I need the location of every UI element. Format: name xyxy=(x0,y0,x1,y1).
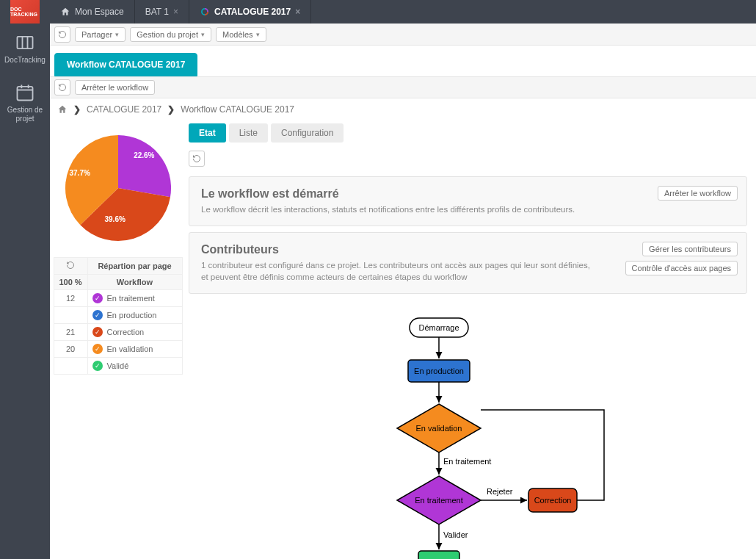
svg-line-20 xyxy=(459,410,481,417)
row-count xyxy=(54,358,87,375)
status-dot-icon: ✓ xyxy=(92,344,103,354)
refresh-button[interactable] xyxy=(189,151,205,167)
refresh-button[interactable] xyxy=(54,26,70,43)
table-row: 21 ✓Correction xyxy=(54,324,182,341)
table-row: ✓Validé xyxy=(54,358,182,375)
edge-label: Valider xyxy=(443,530,468,539)
calendar-icon xyxy=(15,82,35,103)
node-validation: En validation xyxy=(415,424,462,433)
refresh-icon xyxy=(58,83,67,92)
contributors-card: Gérer les contributeurs Contrôle d'accès… xyxy=(189,232,747,294)
chevron-right-icon: ❯ xyxy=(167,104,175,115)
row-label: Validé xyxy=(107,361,129,370)
section-tabs: Workflow CATALOGUE 2017 xyxy=(50,46,756,76)
rail-item-doctracking[interactable]: DocTracking xyxy=(0,24,50,73)
refresh-icon xyxy=(58,30,67,39)
page-access-button[interactable]: Contrôle d'accès aux pages xyxy=(625,261,738,275)
share-button[interactable]: Partager▾ xyxy=(75,27,126,42)
btn-label: Gestion du projet xyxy=(137,30,198,39)
node-start: Démarrage xyxy=(418,323,459,332)
table-row: ✓En production xyxy=(54,307,182,324)
stop-workflow-button[interactable]: Arrêter le workflow xyxy=(75,80,155,95)
table-header: 100 % xyxy=(54,275,87,290)
table-header-refresh[interactable] xyxy=(54,258,87,275)
main-toolbar: Partager▾ Gestion du projet▾ Modèles▾ xyxy=(50,24,756,46)
chevron-down-icon: ▾ xyxy=(201,31,205,38)
chevron-down-icon: ▾ xyxy=(256,31,260,38)
workflow-pie-chart: 22.6% 39.6% 37.7% xyxy=(59,129,177,247)
row-count: 21 xyxy=(54,324,87,341)
row-label: En validation xyxy=(107,345,153,353)
rail-item-label: DocTracking xyxy=(4,56,46,65)
card-title: Le workflow est démarré xyxy=(201,187,735,201)
table-row: 12 ✓En traitement xyxy=(54,290,182,307)
tab-label: CATALOGUE 2017 xyxy=(214,7,291,17)
row-label: En production xyxy=(107,311,157,320)
close-icon[interactable]: × xyxy=(295,7,300,17)
tab-bat1[interactable]: BAT 1 × xyxy=(135,0,189,24)
tab-catalogue[interactable]: CATALOGUE 2017 × xyxy=(189,0,311,24)
workflow-section-tab[interactable]: Workflow CATALOGUE 2017 xyxy=(54,53,197,76)
close-icon[interactable]: × xyxy=(173,7,178,17)
table-header: Répartion par page xyxy=(87,258,182,275)
pie-slice-label: 39.6% xyxy=(105,215,126,223)
workflow-diagram: Démarrage En production En validation En… xyxy=(189,300,747,559)
tab-etat[interactable]: Etat xyxy=(189,123,226,143)
workflow-stats-table: Répartion par page 100 % Workflow 12 ✓En… xyxy=(54,257,183,375)
rail-item-project[interactable]: Gestion de projet xyxy=(0,73,50,132)
card-body: Le workflow décrit les interactions, sta… xyxy=(201,203,597,215)
window-tabs: Mon Espace BAT 1 × CATALOGUE 2017 × xyxy=(50,0,756,24)
svg-rect-0 xyxy=(18,37,33,48)
refresh-icon xyxy=(192,154,201,163)
row-label: En traitement xyxy=(107,294,155,303)
models-button[interactable]: Modèles▾ xyxy=(216,27,266,42)
node-correction: Correction xyxy=(534,496,571,505)
table-header: Workflow xyxy=(87,275,182,290)
row-count: 12 xyxy=(54,290,87,307)
row-count: 20 xyxy=(54,341,87,358)
tab-label: Mon Espace xyxy=(75,7,124,17)
left-rail: DOC TRACKING DocTracking Gestion de proj… xyxy=(0,0,50,559)
home-icon xyxy=(57,104,68,115)
chevron-right-icon: ❯ xyxy=(73,104,81,115)
breadcrumb: ❯ CATALOGUE 2017 ❯ Workflow CATALOGUE 20… xyxy=(50,98,756,120)
refresh-button[interactable] xyxy=(54,79,70,95)
workflow-status-card: Arrêter le workflow Le workflow est déma… xyxy=(189,176,747,226)
row-label: Correction xyxy=(107,328,145,336)
ring-icon xyxy=(200,7,210,17)
app-logo: DOC TRACKING xyxy=(10,0,40,24)
tab-liste[interactable]: Liste xyxy=(229,123,268,143)
status-dot-icon: ✓ xyxy=(92,293,103,303)
tab-my-space[interactable]: Mon Espace xyxy=(50,0,135,24)
btn-label: Modèles xyxy=(222,30,253,39)
stop-workflow-button[interactable]: Arrêter le workflow xyxy=(658,186,738,201)
project-mgmt-button[interactable]: Gestion du projet▾ xyxy=(130,27,211,42)
breadcrumb-item: Workflow CATALOGUE 2017 xyxy=(181,104,294,115)
refresh-icon xyxy=(66,261,75,270)
panels-icon xyxy=(15,32,35,53)
node-traitement: En traitement xyxy=(415,496,462,505)
status-dot-icon: ✓ xyxy=(92,327,103,337)
tab-label: BAT 1 xyxy=(145,7,169,17)
svg-rect-3 xyxy=(18,87,33,101)
inner-tabs: Etat Liste Configuration xyxy=(189,123,747,143)
status-dot-icon: ✓ xyxy=(92,361,103,371)
edge-label: Rejeter xyxy=(487,487,513,496)
table-row: 20 ✓En validation xyxy=(54,341,182,358)
card-body: 1 contributeur est configuré dans ce pro… xyxy=(201,259,597,283)
chevron-down-icon: ▾ xyxy=(115,31,119,38)
breadcrumb-item[interactable]: CATALOGUE 2017 xyxy=(87,104,161,115)
node-production: En production xyxy=(414,367,464,375)
row-count xyxy=(54,307,87,324)
manage-contributors-button[interactable]: Gérer les contributeurs xyxy=(642,242,738,256)
pie-slice-label: 22.6% xyxy=(134,151,154,159)
tab-configuration[interactable]: Configuration xyxy=(271,123,344,143)
pie-slice-label: 37.7% xyxy=(70,169,90,177)
edge-label: En traitement xyxy=(443,457,491,466)
btn-label: Partager xyxy=(81,30,112,39)
status-dot-icon: ✓ xyxy=(92,310,103,320)
sidebar-stats: 22.6% 39.6% 37.7% Répartion par page xyxy=(50,120,186,559)
rail-item-label: Gestion de projet xyxy=(3,106,47,123)
home-icon xyxy=(60,7,70,17)
sub-toolbar: Arrêter le workflow xyxy=(50,76,756,98)
